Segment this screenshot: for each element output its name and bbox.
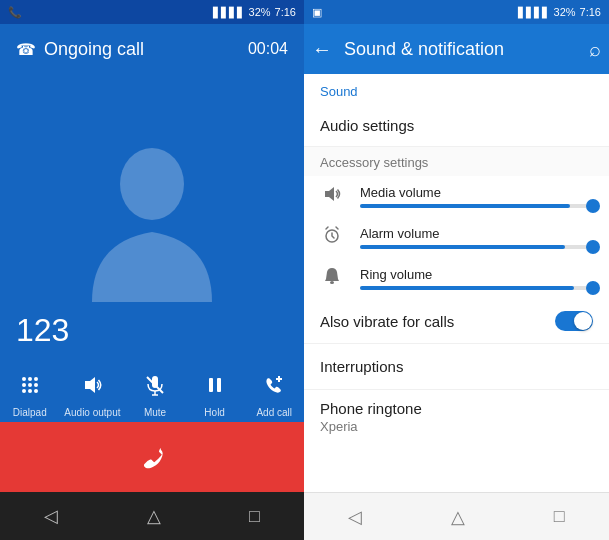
top-bar-right: ← Sound & notification ⌕ — [304, 24, 609, 74]
audio-output-button[interactable]: Audio output — [64, 367, 120, 418]
vibrate-label: Also vibrate for calls — [320, 313, 454, 330]
alarm-volume-item[interactable]: Alarm volume — [304, 217, 609, 258]
interruptions-item[interactable]: Interruptions — [304, 344, 609, 390]
media-volume-icon — [320, 184, 344, 209]
battery-right: 32% — [554, 6, 576, 18]
battery-left: 32% — [249, 6, 271, 18]
alarm-volume-label: Alarm volume — [360, 226, 593, 241]
alarm-volume-fill — [360, 245, 565, 249]
dialpad-icon — [12, 367, 48, 403]
signal-icon-left: ▋▋▋▋ — [213, 7, 245, 18]
svg-point-3 — [34, 377, 38, 381]
mute-label: Mute — [144, 407, 166, 418]
call-duration: 00:04 — [248, 40, 288, 58]
media-volume-item[interactable]: Media volume — [304, 176, 609, 217]
status-bar-right: ▣ ▋▋▋▋ 32% 7:16 — [304, 0, 609, 24]
alarm-volume-slider[interactable] — [360, 245, 593, 249]
call-header: ☎ Ongoing call 00:04 — [0, 24, 304, 74]
caller-number: 123 — [16, 312, 69, 349]
avatar-area: 123 — [0, 74, 304, 359]
back-nav-right[interactable]: ◁ — [348, 506, 362, 528]
dialpad-label: Dialpad — [13, 407, 47, 418]
call-status-icon: 📞 — [8, 6, 22, 19]
back-button-right[interactable]: ← — [312, 38, 332, 61]
right-panel: ▣ ▋▋▋▋ 32% 7:16 ← Sound & notification ⌕… — [304, 0, 609, 540]
ring-volume-icon — [320, 266, 344, 291]
ring-volume-item[interactable]: Ring volume — [304, 258, 609, 299]
svg-point-2 — [28, 377, 32, 381]
call-actions: Dialpad Audio output — [0, 359, 304, 422]
add-call-icon — [256, 367, 292, 403]
left-panel: 📞 ▋▋▋▋ 32% 7:16 ☎ Ongoing call 00:04 123 — [0, 0, 304, 540]
ring-volume-label: Ring volume — [360, 267, 593, 282]
svg-point-6 — [34, 383, 38, 387]
svg-point-7 — [22, 389, 26, 393]
hold-button[interactable]: Hold — [190, 367, 240, 418]
mute-button[interactable]: Mute — [130, 367, 180, 418]
call-header-left: ☎ Ongoing call — [16, 39, 144, 60]
signal-icon-right: ▋▋▋▋ — [518, 7, 550, 18]
media-volume-fill — [360, 204, 570, 208]
dialpad-button[interactable]: Dialpad — [5, 367, 55, 418]
back-nav-left[interactable]: ◁ — [44, 505, 58, 527]
alarm-volume-thumb — [586, 240, 600, 254]
nav-bar-left: ◁ △ □ — [0, 492, 304, 540]
page-title-right: Sound & notification — [344, 39, 577, 60]
hold-icon — [197, 367, 233, 403]
home-nav-left[interactable]: △ — [147, 505, 161, 527]
svg-point-1 — [22, 377, 26, 381]
ring-volume-slider[interactable] — [360, 286, 593, 290]
status-right-right-icons: ▋▋▋▋ 32% 7:16 — [518, 6, 601, 18]
alarm-volume-icon — [320, 225, 344, 250]
settings-content: Sound Audio settings Accessory settings … — [304, 74, 609, 492]
sound-section-header: Sound — [304, 74, 609, 105]
avatar-svg — [82, 132, 222, 302]
svg-rect-15 — [209, 378, 213, 392]
status-bar-left: 📞 ▋▋▋▋ 32% 7:16 — [0, 0, 304, 24]
mute-icon — [137, 367, 173, 403]
phone-ringtone-label: Phone ringtone — [320, 400, 593, 417]
svg-rect-16 — [217, 378, 221, 392]
audio-output-icon — [74, 367, 110, 403]
end-call-icon — [124, 429, 180, 485]
audio-output-label: Audio output — [64, 407, 120, 418]
media-volume-slider[interactable] — [360, 204, 593, 208]
vibrate-for-calls-item[interactable]: Also vibrate for calls — [304, 299, 609, 344]
phone-ringtone-item[interactable]: Phone ringtone Xperia — [304, 390, 609, 444]
ring-volume-fill — [360, 286, 574, 290]
home-nav-right[interactable]: △ — [451, 506, 465, 528]
audio-settings-item[interactable]: Audio settings — [304, 105, 609, 147]
svg-point-9 — [34, 389, 38, 393]
search-icon-right[interactable]: ⌕ — [589, 38, 601, 61]
toggle-thumb — [574, 312, 592, 330]
svg-point-4 — [22, 383, 26, 387]
ongoing-call-title: Ongoing call — [44, 39, 144, 60]
status-left-icons: 📞 — [8, 6, 22, 19]
end-call-button[interactable] — [0, 422, 304, 492]
media-volume-label: Media volume — [360, 185, 593, 200]
recent-nav-right[interactable]: □ — [554, 506, 565, 527]
phone-icon: ☎ — [16, 40, 36, 59]
svg-rect-19 — [330, 281, 334, 284]
time-right: 7:16 — [580, 6, 601, 18]
phone-ringtone-sub: Xperia — [320, 419, 593, 434]
nav-bar-right: ◁ △ □ — [304, 492, 609, 540]
svg-point-8 — [28, 389, 32, 393]
accessory-settings-section: Accessory settings — [304, 147, 609, 176]
add-call-button[interactable]: Add call — [249, 367, 299, 418]
svg-marker-10 — [85, 377, 95, 393]
avatar-silhouette — [72, 127, 232, 307]
notification-icon-right: ▣ — [312, 6, 322, 18]
time-left: 7:16 — [275, 6, 296, 18]
ring-volume-thumb — [586, 281, 600, 295]
svg-point-5 — [28, 383, 32, 387]
svg-point-0 — [120, 148, 184, 220]
alarm-volume-content: Alarm volume — [360, 226, 593, 249]
recent-nav-left[interactable]: □ — [249, 506, 260, 527]
media-volume-content: Media volume — [360, 185, 593, 208]
hold-label: Hold — [204, 407, 225, 418]
add-call-label: Add call — [256, 407, 292, 418]
vibrate-toggle[interactable] — [555, 311, 593, 331]
status-right-left-icons: ▣ — [312, 6, 322, 19]
ring-volume-content: Ring volume — [360, 267, 593, 290]
